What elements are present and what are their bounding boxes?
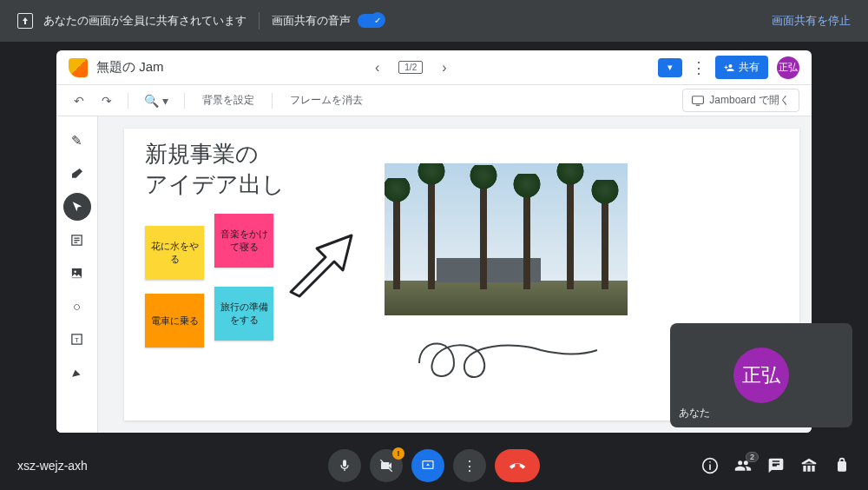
- leave-call-button[interactable]: [495, 449, 540, 482]
- svg-rect-1: [696, 104, 700, 105]
- prev-frame-button[interactable]: ‹: [372, 56, 383, 79]
- sticky-note-tool[interactable]: [63, 226, 91, 254]
- camera-toggle-button[interactable]: !: [370, 449, 403, 482]
- heading-line-1: 新規事業の: [145, 139, 285, 169]
- sticky-note[interactable]: 花に水をやる: [145, 226, 204, 280]
- sticky-note[interactable]: 音楽をかけて寝る: [214, 214, 273, 268]
- text-tool[interactable]: T: [63, 325, 91, 353]
- svg-rect-0: [693, 96, 704, 103]
- jamboard-logo-icon: [69, 58, 88, 77]
- arrow-drawing[interactable]: [282, 231, 369, 301]
- user-avatar[interactable]: 正弘: [777, 56, 799, 79]
- jamboard-title[interactable]: 無題の Jam: [96, 59, 164, 76]
- redo-button[interactable]: ↷: [96, 90, 117, 111]
- select-tool[interactable]: [63, 193, 91, 221]
- open-external-icon: [692, 96, 704, 106]
- clear-frame-button[interactable]: フレームを消去: [283, 89, 370, 111]
- heading-line-2: アイデア出し: [145, 169, 285, 200]
- stop-sharing-button[interactable]: 画面共有を停止: [772, 13, 851, 29]
- chat-button[interactable]: [767, 457, 785, 474]
- self-avatar: 正弘: [733, 348, 789, 403]
- background-picker-button[interactable]: ▾: [658, 58, 682, 77]
- laser-tool[interactable]: [63, 358, 91, 386]
- meeting-code[interactable]: xsz-wejz-axh: [17, 459, 88, 473]
- self-name: あなた: [679, 406, 710, 420]
- scribble-drawing[interactable]: [411, 328, 602, 389]
- more-menu-button[interactable]: ⋮: [691, 58, 707, 77]
- canvas-heading[interactable]: 新規事業の アイデア出し: [145, 139, 285, 200]
- present-button[interactable]: [411, 449, 444, 482]
- self-view-tile[interactable]: 正弘 あなた: [670, 323, 852, 427]
- sticky-note[interactable]: 旅行の準備をする: [214, 287, 273, 341]
- warning-badge-icon: !: [392, 447, 404, 460]
- person-add-icon: [724, 63, 734, 73]
- meet-bottom-bar: xsz-wejz-axh ! ⋮ 2: [0, 441, 868, 490]
- undo-button[interactable]: ↶: [69, 90, 89, 111]
- share-button[interactable]: 共有: [715, 56, 768, 79]
- divider: [259, 12, 260, 30]
- share-button-label: 共有: [739, 60, 760, 75]
- image-tool[interactable]: [63, 259, 91, 287]
- zoom-button[interactable]: 🔍 ▾: [139, 90, 174, 111]
- more-options-button[interactable]: ⋮: [453, 449, 486, 482]
- tool-palette: ✎ ○ T: [56, 116, 98, 433]
- svg-text:T: T: [75, 335, 79, 343]
- screen-share-banner: あなたの画面が全員に共有されています 画面共有の音声 ✓ 画面共有を停止: [0, 0, 868, 42]
- share-audio-label: 画面共有の音声: [272, 13, 351, 29]
- open-in-jamboard-button[interactable]: Jamboard で開く: [682, 89, 799, 112]
- activities-button[interactable]: [800, 457, 818, 474]
- jamboard-header: 無題の Jam ‹ 1/2 › ▾ ⋮ 共有 正弘: [56, 50, 812, 85]
- frame-indicator[interactable]: 1/2: [398, 61, 423, 74]
- share-message: あなたの画面が全員に共有されています: [43, 13, 247, 29]
- open-in-label: Jamboard で開く: [709, 93, 790, 108]
- people-button[interactable]: 2: [734, 457, 752, 474]
- present-icon: [17, 13, 33, 29]
- set-background-button[interactable]: 背景を設定: [195, 89, 261, 111]
- meeting-details-button[interactable]: [701, 457, 719, 474]
- inserted-image[interactable]: [385, 163, 628, 315]
- pen-tool[interactable]: ✎: [63, 127, 91, 155]
- svg-point-4: [74, 270, 76, 273]
- host-controls-button[interactable]: [833, 457, 851, 474]
- sticky-note[interactable]: 電車に乗る: [145, 294, 204, 348]
- shape-tool[interactable]: ○: [63, 292, 91, 320]
- next-frame-button[interactable]: ›: [438, 56, 450, 79]
- eraser-tool[interactable]: [63, 160, 91, 188]
- jamboard-toolbar: ↶ ↷ 🔍 ▾ 背景を設定 フレームを消去 Jamboard で開く: [56, 85, 812, 116]
- mic-toggle-button[interactable]: [328, 449, 361, 482]
- people-count-badge: 2: [746, 452, 759, 462]
- share-audio-toggle[interactable]: ✓: [358, 14, 384, 28]
